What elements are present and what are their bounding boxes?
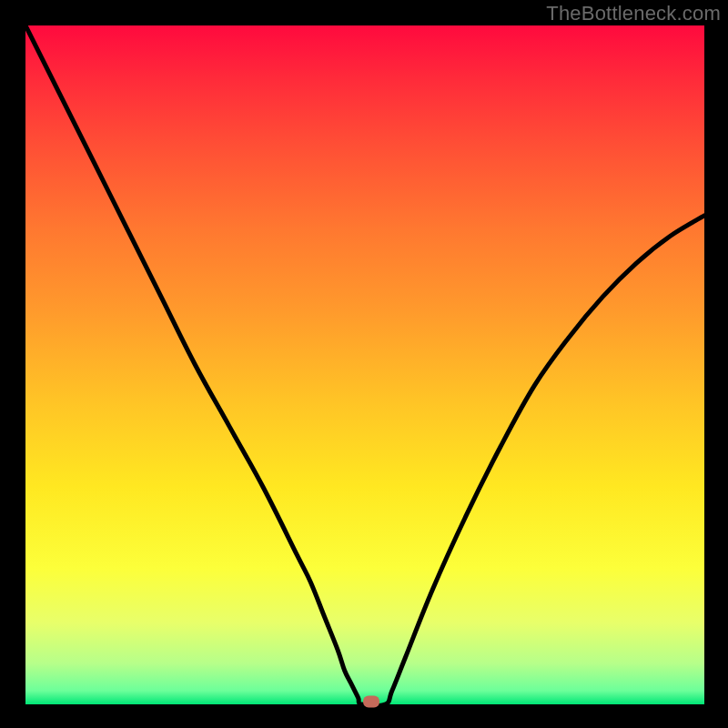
bottleneck-curve	[25, 25, 704, 704]
curve-svg	[25, 25, 704, 704]
plot-area	[25, 25, 704, 704]
chart-frame: TheBottleneck.com	[0, 0, 728, 728]
watermark-text: TheBottleneck.com	[546, 2, 721, 25]
optimal-point-marker	[363, 696, 379, 708]
